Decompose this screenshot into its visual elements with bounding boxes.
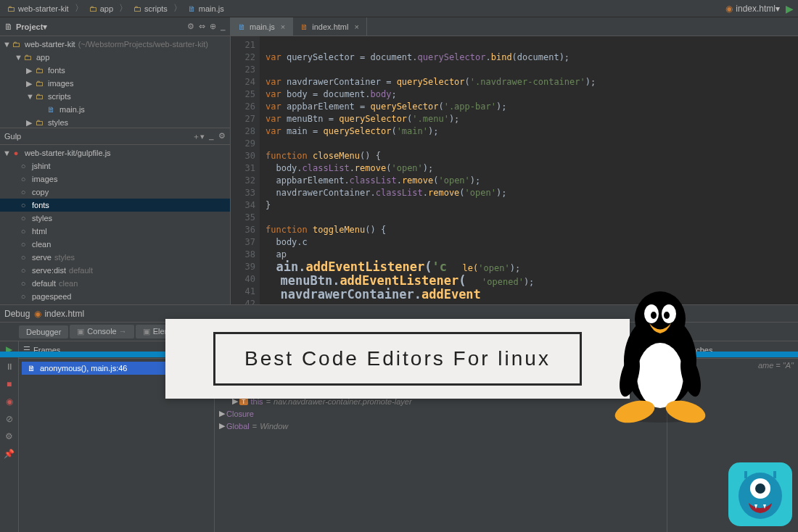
task-icon: ○ [17,292,29,301]
debug-side-controls: ▶ ⏸ ■ ◉ ⊘ ⚙ 📌 [0,341,19,532]
gulp-task[interactable]: ○serve:distdefault [0,264,230,277]
tree-item[interactable]: ▶🗀images [0,77,230,90]
expand-icon[interactable]: ▼ [15,53,22,62]
task-icon: ○ [17,175,29,183]
locate-icon[interactable]: ⊕ [210,22,216,31]
expand-icon[interactable]: ▼ [3,40,10,49]
folder-icon: 🗀 [33,79,45,88]
root-name: web-starter-kit [25,40,75,49]
collapse-icon[interactable]: ⇔ [199,22,205,31]
expand-icon[interactable]: ▶ [26,79,33,88]
task-name: clean [32,240,51,249]
root-path: (~/WebstormProjects/web-starter-kit) [78,40,208,49]
editor: 🗎main.js×🗎index.html× 21 22 23 24 25 26 … [231,17,798,304]
project-panel-header: 🗎 Project ▾ ⚙ ⇔ ⊕ ⎯ [0,17,230,36]
run-config-name: index.html [736,4,776,14]
gulp-label: Gulp [4,132,21,141]
gulp-file[interactable]: ▼ ● web-starter-kit/gulpfile.js [0,146,230,159]
svg-rect-18 [773,471,776,478]
svg-point-6 [651,312,657,319]
var-name: Global [226,422,250,431]
expand-icon[interactable]: ▶ [219,421,226,431]
gulp-task[interactable]: ○styles [0,212,230,225]
gulp-task[interactable]: ○html [0,225,230,238]
gulp-task[interactable]: ○copy [0,186,230,199]
debug-tab-debugger[interactable]: Debugger [19,325,68,338]
svg-rect-17 [744,471,747,478]
task-name: default [32,279,56,288]
gulp-task[interactable]: ○fonts [0,199,230,212]
debug-tab-console[interactable]: ▣Console → [70,325,133,338]
task-hint: styles [54,253,75,262]
svg-point-3 [637,343,683,408]
expand-icon[interactable]: ▼ [26,92,33,101]
gulp-tree[interactable]: ▼ ● web-starter-kit/gulpfile.js ○jshint○… [0,145,230,304]
gulp-task[interactable]: ○jshint [0,159,230,173]
tree-item[interactable]: ▼🗀app [0,51,230,64]
breadcrumb-item[interactable]: 🗀app [85,3,118,14]
overlay-title: Best Code Editors For linux [244,347,551,370]
chevron-right-icon: 〉 [73,2,85,14]
code-area[interactable]: 21 22 23 24 25 26 27 28 29 30 31 32 33 3… [231,36,798,304]
variable-row[interactable]: ▶Closure [215,407,667,420]
file-js-icon: 🗎 [45,105,57,114]
gulp-task[interactable]: ○defaultclean [0,277,230,290]
item-name: scripts [48,92,71,101]
folder-icon: 🗀 [33,66,45,75]
code-content[interactable]: var querySelector = document.querySelect… [260,36,798,304]
settings-icon[interactable]: ⚙ [218,131,226,142]
task-name: serve [32,253,52,262]
tree-item[interactable]: ▼🗀scripts [0,90,230,103]
close-icon[interactable]: × [354,22,358,31]
expand-icon[interactable]: ▶ [219,409,226,418]
tree-item[interactable]: ▶🗀styles [0,116,230,128]
editor-tab[interactable]: 🗎index.html× [293,17,367,36]
hide-icon[interactable]: ⎯ [209,131,214,142]
tree-item[interactable]: 🗎main.js [0,103,230,116]
run-button[interactable]: ▶ [786,3,794,14]
item-name: styles [48,118,68,127]
chevron-down-icon: ▾ [776,4,780,14]
var-value: Window [260,422,288,431]
pin-icon[interactable]: 📌 [4,449,15,460]
breadcrumb-item[interactable]: 🗀web-starter-kit [3,3,73,14]
html-icon: ◉ [34,309,41,319]
expand-icon[interactable]: ▶ [26,118,33,128]
item-name: images [48,79,73,88]
task-icon: ○ [17,279,29,288]
breadcrumb-item[interactable]: 🗎main.js [184,3,229,14]
close-icon[interactable]: × [281,22,285,31]
tree-item[interactable]: ▶🗀fonts [0,64,230,77]
gulp-panel-header: Gulp ＋▾ ⎯ ⚙ [0,128,230,145]
breadcrumb-item[interactable]: 🗀scripts [129,3,172,14]
folder-icon: 🗀 [33,92,45,101]
gulp-task[interactable]: ○clean [0,238,230,251]
gulp-task[interactable]: ○pagespeed [0,290,230,303]
run-config[interactable]: ◉ index.html ▾ ▶ [725,3,798,14]
expand-icon[interactable]: ▼ [3,149,10,157]
title-overlay: Best Code Editors For linux [165,319,630,399]
mute-button[interactable]: ⊘ [4,414,15,425]
pause-button[interactable]: ⏸ [4,362,15,373]
editor-tab[interactable]: 🗎main.js× [231,17,293,36]
item-name: fonts [48,66,65,75]
frame-icon: 🗎 [28,364,36,373]
gulp-icon: ● [10,149,22,157]
task-hint: default [69,266,93,275]
task-name: copy [32,188,49,196]
task-icon: ○ [17,227,29,236]
project-root[interactable]: ▼ 🗀 web-starter-kit (~/WebstormProjects/… [0,38,230,51]
task-icon: ○ [17,162,29,170]
project-tree[interactable]: ▼ 🗀 web-starter-kit (~/WebstormProjects/… [0,36,230,128]
expand-icon[interactable]: ▶ [26,66,33,75]
view-breakpoints-button[interactable]: ◉ [4,396,15,408]
hide-icon[interactable]: ⎯ [221,22,226,31]
settings-icon[interactable]: ⚙ [4,431,15,443]
add-icon[interactable]: ＋▾ [192,131,205,142]
gulp-task[interactable]: ○images [0,173,230,186]
gulp-task[interactable]: ○servestyles [0,251,230,264]
chevron-down-icon[interactable]: ▾ [43,22,47,32]
variable-row[interactable]: ▶Global=Window [215,420,667,432]
settings-icon[interactable]: ⚙ [187,22,194,31]
stop-button[interactable]: ■ [4,379,15,391]
